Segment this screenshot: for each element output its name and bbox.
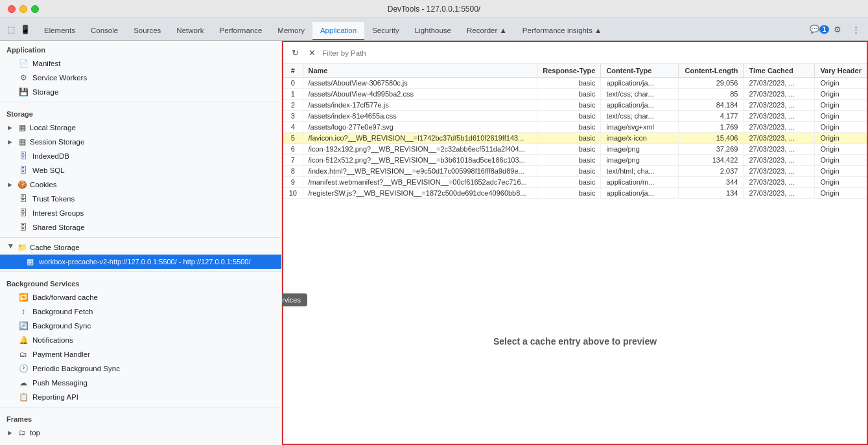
sidebar-item-indexeddb[interactable]: 🗄 IndexedDB — [0, 149, 281, 163]
table-cell: Origin — [815, 89, 867, 100]
table-cell: 10 — [283, 188, 303, 199]
tab-sources[interactable]: Sources — [126, 22, 169, 40]
sidebar-item-interest-groups[interactable]: 🗄 Interest Groups — [0, 206, 281, 220]
table-cell: /assets/AboutView-4d995ba2.css — [303, 89, 537, 100]
sidebar-item-reporting-api[interactable]: 📋 Reporting API — [0, 390, 281, 404]
sidebar-group-frames[interactable]: ▶ 🗂 top — [0, 426, 281, 440]
tab-performance-insights[interactable]: Performance insights ▲ — [515, 22, 610, 40]
table-row[interactable]: 9/manifest.webmanifest?__WB_REVISION__=0… — [283, 177, 867, 188]
notifications-label: Notifications — [32, 336, 73, 344]
session-storage-label: Session Storage — [30, 138, 84, 146]
manifest-icon: 📄 — [18, 59, 29, 68]
messages-icon[interactable]: 💬 1 — [812, 22, 827, 36]
table-cell: 15,406 — [679, 133, 744, 144]
sidebar-item-payment-handler[interactable]: 🗂 Payment Handler — [0, 347, 281, 361]
tab-memory[interactable]: Memory — [270, 22, 312, 40]
table-cell: basic — [537, 188, 601, 199]
interest-groups-label: Interest Groups — [32, 209, 84, 217]
tab-performance[interactable]: Performance — [212, 22, 270, 40]
table-row[interactable]: 10/registerSW.js?__WB_REVISION__=1872c50… — [283, 188, 867, 199]
table-cell: 9 — [283, 177, 303, 188]
sidebar-item-trust-tokens[interactable]: 🗄 Trust Tokens — [0, 192, 281, 206]
tab-elements[interactable]: Elements — [36, 22, 83, 40]
minimize-button[interactable] — [19, 5, 27, 13]
sidebar-item-storage[interactable]: 💾 Storage — [0, 85, 281, 99]
table-cell: 37,269 — [679, 144, 744, 155]
table-cell: 344 — [679, 177, 744, 188]
indexeddb-label: IndexedDB — [32, 152, 69, 160]
push-messaging-icon: ☁ — [18, 378, 29, 387]
sidebar-item-background-sync[interactable]: 🔄 Background Sync — [0, 319, 281, 333]
refresh-button[interactable]: ↻ — [288, 47, 301, 60]
sidebar-item-push-messaging[interactable]: ☁ Push Messaging — [0, 376, 281, 390]
settings-icon[interactable]: ⚙ — [830, 22, 845, 36]
tab-network[interactable]: Network — [169, 22, 211, 40]
sidebar-item-notifications[interactable]: 🔔 Notifications — [0, 333, 281, 347]
tab-lighthouse[interactable]: Lighthouse — [407, 22, 459, 40]
table-cell: 27/03/2023, ... — [744, 166, 815, 177]
cache-storage-icon: 📁 — [17, 243, 27, 252]
table-cell: /assets/index-81e4655a.css — [303, 111, 537, 122]
cache-table-container[interactable]: # Name Response-Type Content-Type Conten… — [283, 64, 867, 239]
more-options-icon[interactable]: ⋮ — [849, 22, 863, 36]
table-cell: 27/03/2023, ... — [744, 111, 815, 122]
table-cell: Origin — [815, 122, 867, 133]
storage-icon: 💾 — [18, 87, 29, 97]
sidebar-item-cache-entry[interactable]: ▦ workbox-precache-v2-http://127.0.0.1:5… — [0, 255, 281, 269]
table-row[interactable]: 7/icon-512x512.png?__WB_REVISION__=b3b61… — [283, 155, 867, 166]
section-header-background-services: Background Services — [0, 275, 281, 290]
reporting-api-label: Reporting API — [32, 393, 78, 401]
table-cell: application/ja... — [601, 188, 679, 199]
fullscreen-button[interactable] — [31, 5, 39, 13]
table-row[interactable]: 6/icon-192x192.png?__WB_REVISION__=2c32a… — [283, 144, 867, 155]
filter-input[interactable] — [322, 49, 862, 57]
table-cell: 29,056 — [679, 78, 744, 89]
sidebar-item-background-fetch[interactable]: ↕ Background Fetch — [0, 304, 281, 319]
session-storage-icon: ▦ — [17, 137, 27, 146]
table-row[interactable]: 0/assets/AboutView-3067580c.jsbasicappli… — [283, 78, 867, 89]
frames-top-label: top — [30, 429, 40, 437]
cookies-label: Cookies — [30, 181, 57, 188]
sidebar-group-cache-storage[interactable]: ▶ 📁 Cache Storage — [0, 240, 281, 255]
content-area: Background Services ↻ ✕ # Name Response- — [282, 41, 868, 445]
table-row[interactable]: 3/assets/index-81e4655a.cssbasictext/css… — [283, 111, 867, 122]
table-cell: image/x-icon — [601, 133, 679, 144]
device-toolbar-icon[interactable]: 📱 — [19, 23, 31, 35]
table-cell: 84,184 — [679, 100, 744, 111]
indexeddb-icon: 🗄 — [18, 152, 29, 161]
sidebar-item-web-sql[interactable]: 🗄 Web SQL — [0, 163, 281, 177]
sidebar-item-periodic-background-sync[interactable]: 🕐 Periodic Background Sync — [0, 361, 281, 376]
inspect-icon[interactable]: ⬚ — [5, 23, 17, 35]
table-cell: Origin — [815, 188, 867, 199]
table-cell: Origin — [815, 177, 867, 188]
trust-tokens-label: Trust Tokens — [32, 195, 75, 203]
background-fetch-icon: ↕ — [18, 307, 29, 316]
table-cell: Origin — [815, 100, 867, 111]
trust-tokens-icon: 🗄 — [18, 194, 29, 203]
tab-recorder[interactable]: Recorder ▲ — [459, 22, 515, 40]
sidebar-item-back-forward-cache[interactable]: 🔁 Back/forward cache — [0, 290, 281, 304]
sidebar-item-shared-storage[interactable]: 🗄 Shared Storage — [0, 220, 281, 234]
sidebar-group-local-storage[interactable]: ▶ ▦ Local Storage — [0, 120, 281, 135]
table-row[interactable]: 8/index.html?__WB_REVISION__=e9c50d17c00… — [283, 166, 867, 177]
table-cell: 27/03/2023, ... — [744, 188, 815, 199]
tab-console[interactable]: Console — [83, 22, 126, 40]
chevron-cache-storage: ▶ — [8, 244, 14, 251]
table-cell: 27/03/2023, ... — [744, 78, 815, 89]
chevron-local-storage: ▶ — [8, 124, 14, 131]
service-workers-icon: ⚙ — [18, 73, 29, 82]
table-row[interactable]: 5/favicon.ico?__WB_REVISION__=f1742bc37d… — [283, 133, 867, 144]
table-row[interactable]: 4/assets/logo-277e0e97.svgbasicimage/svg… — [283, 122, 867, 133]
sidebar-group-session-storage[interactable]: ▶ ▦ Session Storage — [0, 135, 281, 149]
table-row[interactable]: 2/assets/index-17cf577e.jsbasicapplicati… — [283, 100, 867, 111]
sidebar-item-manifest[interactable]: 📄 Manifest — [0, 56, 281, 71]
sidebar-group-cookies[interactable]: ▶ 🍪 Cookies — [0, 177, 281, 192]
tab-application[interactable]: Application — [312, 22, 364, 40]
table-row[interactable]: 1/assets/AboutView-4d995ba2.cssbasictext… — [283, 89, 867, 100]
table-cell: Origin — [815, 166, 867, 177]
col-header-name: Name — [303, 64, 537, 78]
tab-security[interactable]: Security — [364, 22, 407, 40]
close-button[interactable] — [8, 5, 16, 13]
clear-button[interactable]: ✕ — [305, 47, 318, 60]
sidebar-item-service-workers[interactable]: ⚙ Service Workers — [0, 71, 281, 85]
